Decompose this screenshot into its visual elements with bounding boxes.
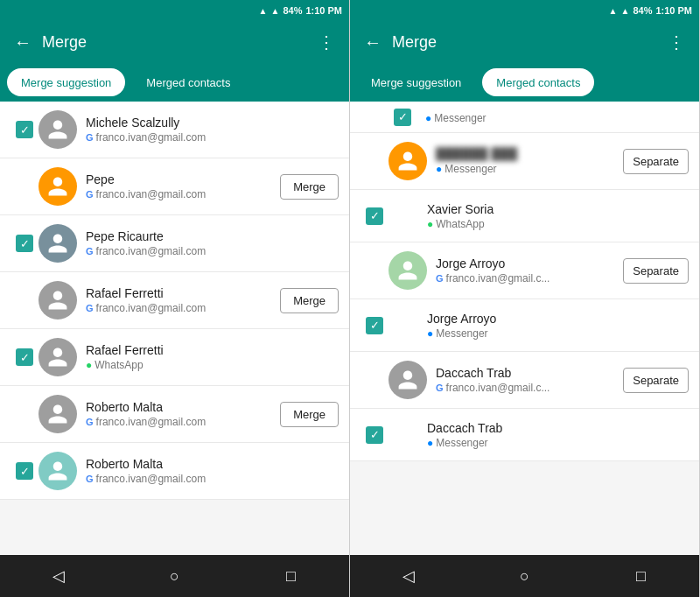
contact-info-r5: Daccach Trab G franco.ivan@gmail.c... bbox=[436, 366, 616, 394]
nav-recent-right[interactable]: □ bbox=[624, 558, 659, 593]
checkbox-r2: ✓ bbox=[366, 207, 383, 225]
app-title-right: Merge bbox=[392, 33, 657, 52]
contact-sub-r0: ● Messenger bbox=[425, 112, 689, 124]
contact-email-r5: franco.ivan@gmail.c... bbox=[446, 382, 550, 394]
contact-sub-r2: ● WhatsApp bbox=[427, 218, 689, 230]
contact-name-r6: Daccach Trab bbox=[427, 421, 689, 435]
checkbox-c1: ✓ bbox=[16, 121, 33, 138]
clock-left: 1:10 PM bbox=[305, 5, 342, 16]
contact-email-c7: franco.ivan@gmail.com bbox=[96, 473, 206, 485]
status-time-left: 84% bbox=[283, 5, 302, 16]
check-area-c1[interactable]: ✓ bbox=[10, 121, 38, 138]
contact-item-c5: ✓ Rafael Ferretti ● WhatsApp bbox=[0, 329, 349, 386]
google-icon-c4: G bbox=[86, 303, 94, 313]
contact-name-r4: Jorge Arroyo bbox=[427, 312, 689, 326]
contact-name-c3: Pepe Ricaurte bbox=[86, 229, 339, 243]
check-area-c7[interactable]: ✓ bbox=[10, 462, 38, 480]
contact-name-r2: Xavier Soria bbox=[427, 202, 689, 216]
contact-sub-c6: G franco.ivan@gmail.com bbox=[86, 416, 273, 428]
contact-info-r6: Daccach Trab ● Messenger bbox=[427, 421, 689, 449]
tab-bar-right: Merge suggestion Merged contacts bbox=[350, 63, 699, 102]
contact-item-r4: ✓ Jorge Arroyo ● Messenger bbox=[350, 299, 699, 352]
back-button-left[interactable]: ← bbox=[14, 32, 32, 53]
contact-name-c1: Michele Scalzully bbox=[86, 116, 339, 130]
contact-sub-c2: G franco.ivan@gmail.com bbox=[86, 188, 273, 200]
tab-merged-contacts-left[interactable]: Merged contacts bbox=[132, 68, 244, 96]
menu-button-left[interactable]: ⋮ bbox=[318, 32, 335, 53]
right-panel: ▲ ▲ 84% 1:10 PM ← Merge ⋮ Merge suggesti… bbox=[350, 0, 700, 597]
merge-button-c4[interactable]: Merge bbox=[280, 288, 339, 313]
separate-button-r1[interactable]: Separate bbox=[623, 149, 689, 174]
contact-item-r0: ✓ ● Messenger bbox=[350, 102, 699, 133]
contact-info-r1: ██████ ███ ● Messenger bbox=[436, 147, 616, 175]
separate-button-r5[interactable]: Separate bbox=[623, 368, 689, 393]
contact-name-c2: Pepe bbox=[86, 172, 273, 186]
contact-info-c7: Roberto Malta G franco.ivan@gmail.com bbox=[86, 457, 339, 485]
signal-icon: ▲ bbox=[270, 6, 279, 16]
contact-email-r3: franco.ivan@gmail.c... bbox=[446, 272, 550, 284]
messenger-icon-r1: ● bbox=[436, 163, 442, 175]
nav-back-left[interactable]: ◁ bbox=[41, 558, 76, 593]
messenger-icon-r4: ● bbox=[427, 327, 433, 340]
contact-info-c5: Rafael Ferretti ● WhatsApp bbox=[86, 343, 339, 371]
contact-sub-c3: G franco.ivan@gmail.com bbox=[86, 245, 339, 257]
check-area-r2[interactable]: ✓ bbox=[360, 207, 388, 225]
battery-right: 84% bbox=[633, 5, 652, 16]
contact-item-c3: ✓ Pepe Ricaurte G franco.ivan@gmail.com bbox=[0, 215, 349, 272]
contact-list-left: ✓ Michele Scalzully G franco.ivan@gmail.… bbox=[0, 102, 349, 555]
contact-item-c4: Rafael Ferretti G franco.ivan@gmail.com … bbox=[0, 272, 349, 329]
tab-merged-contacts-right[interactable]: Merged contacts bbox=[482, 68, 594, 96]
back-button-right[interactable]: ← bbox=[364, 32, 382, 53]
nav-recent-left[interactable]: □ bbox=[274, 558, 309, 593]
google-icon-r3: G bbox=[436, 273, 444, 284]
contact-sub-c4: G franco.ivan@gmail.com bbox=[86, 302, 273, 314]
contact-sub-c7: G franco.ivan@gmail.com bbox=[86, 473, 339, 485]
checkbox-c7: ✓ bbox=[16, 462, 33, 480]
contact-item-c1: ✓ Michele Scalzully G franco.ivan@gmail.… bbox=[0, 102, 349, 158]
merge-button-c2[interactable]: Merge bbox=[280, 174, 339, 200]
contact-email-c4: franco.ivan@gmail.com bbox=[96, 302, 206, 314]
avatar-c3 bbox=[38, 224, 77, 263]
contact-name-r5: Daccach Trab bbox=[436, 366, 616, 380]
contact-sub-r3: G franco.ivan@gmail.c... bbox=[436, 272, 616, 284]
tab-bar-left: Merge suggestion Merged contacts bbox=[0, 63, 349, 102]
contact-info-r2: Xavier Soria ● WhatsApp bbox=[427, 202, 689, 230]
nav-home-right[interactable]: ○ bbox=[508, 558, 542, 593]
check-area-r4[interactable]: ✓ bbox=[360, 317, 388, 334]
nav-back-right[interactable]: ◁ bbox=[391, 558, 426, 593]
messenger-icon-r0: ● bbox=[425, 112, 431, 124]
menu-button-right[interactable]: ⋮ bbox=[668, 32, 685, 53]
status-bar-left: ▲ ▲ 84% 1:10 PM bbox=[0, 0, 349, 21]
wifi-icon: ▲ bbox=[259, 6, 268, 16]
app-bar-left: ← Merge ⋮ bbox=[0, 21, 349, 63]
avatar-c2 bbox=[38, 167, 77, 206]
checkbox-r6: ✓ bbox=[366, 426, 383, 444]
avatar-r1 bbox=[388, 142, 427, 180]
tab-merge-suggestion-left[interactable]: Merge suggestion bbox=[7, 68, 125, 96]
avatar-r5 bbox=[388, 361, 427, 399]
contact-source-r4: Messenger bbox=[436, 327, 487, 340]
check-area-r0[interactable]: ✓ bbox=[388, 109, 416, 126]
tab-merge-suggestion-right[interactable]: Merge suggestion bbox=[357, 68, 475, 96]
check-area-r6[interactable]: ✓ bbox=[360, 426, 388, 444]
messenger-icon-r6: ● bbox=[427, 437, 433, 449]
google-icon-c2: G bbox=[86, 189, 94, 200]
contact-item-r6: ✓ Daccach Trab ● Messenger bbox=[350, 409, 699, 461]
nav-home-left[interactable]: ○ bbox=[158, 558, 192, 593]
contact-item-r3: Jorge Arroyo G franco.ivan@gmail.c... Se… bbox=[350, 242, 699, 299]
checkbox-c5: ✓ bbox=[16, 348, 33, 366]
contact-item-r2: ✓ Xavier Soria ● WhatsApp bbox=[350, 190, 699, 242]
contact-info-r3: Jorge Arroyo G franco.ivan@gmail.c... bbox=[436, 256, 616, 284]
avatar-c7 bbox=[38, 452, 77, 490]
merge-button-c6[interactable]: Merge bbox=[280, 402, 339, 427]
app-title-left: Merge bbox=[42, 33, 307, 52]
google-icon-c6: G bbox=[86, 417, 94, 427]
google-icon-c7: G bbox=[86, 474, 94, 484]
check-area-c5[interactable]: ✓ bbox=[10, 348, 38, 366]
checkbox-r0: ✓ bbox=[394, 109, 411, 126]
contact-sub-c1: G franco.ivan@gmail.com bbox=[86, 131, 339, 144]
check-area-c3[interactable]: ✓ bbox=[10, 235, 38, 252]
bottom-nav-left: ◁ ○ □ bbox=[0, 555, 349, 597]
contact-email-c1: franco.ivan@gmail.com bbox=[96, 131, 206, 144]
separate-button-r3[interactable]: Separate bbox=[623, 258, 689, 284]
